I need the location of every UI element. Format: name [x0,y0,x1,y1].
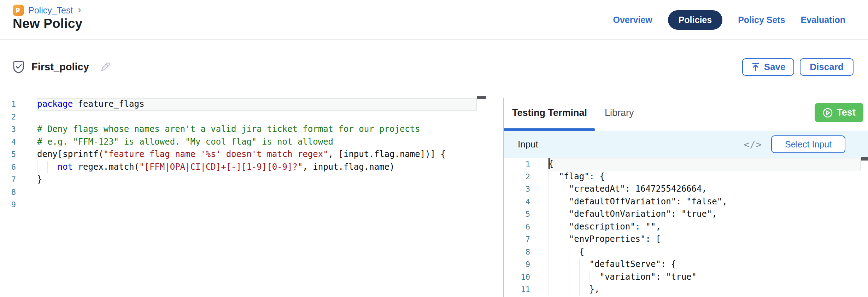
testing-panel-tabs: Testing Terminal Library [504,98,868,128]
tab-library[interactable]: Library [605,107,634,118]
input-bar: Input </> Select Input [504,131,868,158]
input-json-editor[interactable]: 1{2"flag": {3"createdAt": 1647255426664,… [504,158,861,297]
upload-icon [751,62,760,71]
tab-testing-terminal[interactable]: Testing Terminal [512,107,587,118]
rego-policy-editor[interactable]: 1package feature_flags23# Deny flags who… [0,93,477,297]
shield-check-icon [13,60,24,74]
save-button[interactable]: Save [742,58,794,76]
page-header: Policy_Test › New Policy Overview Polici… [0,0,868,40]
active-tab-underline [504,128,595,131]
nav-tab-policy-sets[interactable]: Policy Sets [738,10,785,30]
policy-identity: First_policy [13,41,111,93]
nav-tab-evaluation[interactable]: Evaluation [801,10,845,30]
new-policy-page: Policy_Test › New Policy Overview Polici… [0,0,868,297]
edit-policy-name-button[interactable] [100,61,111,72]
test-button-label: Test [837,107,856,118]
select-input-button[interactable]: Select Input [771,135,845,153]
chevron-right-icon: › [78,4,81,15]
code-view-icon[interactable]: </> [744,139,762,150]
input-editor-scrollbar-thumb[interactable] [861,157,868,161]
page-title: New Policy [13,16,82,31]
input-label: Input [518,139,538,150]
toolbar-actions: Save Discard [742,41,854,93]
nav-tab-policies[interactable]: Policies [668,10,723,30]
test-button[interactable]: Test [815,103,863,122]
discard-button-label: Discard [810,62,843,72]
module-nav: Overview Policies Policy Sets Evaluation [613,0,845,40]
testing-panel: Testing Terminal Library Test Input </> … [504,98,868,297]
policy-name: First_policy [31,61,89,73]
feature-flags-logo-icon [13,5,24,16]
breadcrumb-project-link[interactable]: Policy_Test [28,5,73,16]
save-button-label: Save [764,62,786,72]
nav-tab-overview[interactable]: Overview [613,10,652,30]
rego-editor-scrollbar-thumb[interactable] [477,96,486,99]
rego-editor-scrollbar-track [477,93,477,297]
breadcrumb: Policy_Test › [13,5,81,16]
input-editor-scrollbar-track [861,158,861,297]
discard-button[interactable]: Discard [800,58,854,76]
play-circle-icon [822,107,833,118]
policy-toolbar: First_policy Save Di [0,41,868,93]
